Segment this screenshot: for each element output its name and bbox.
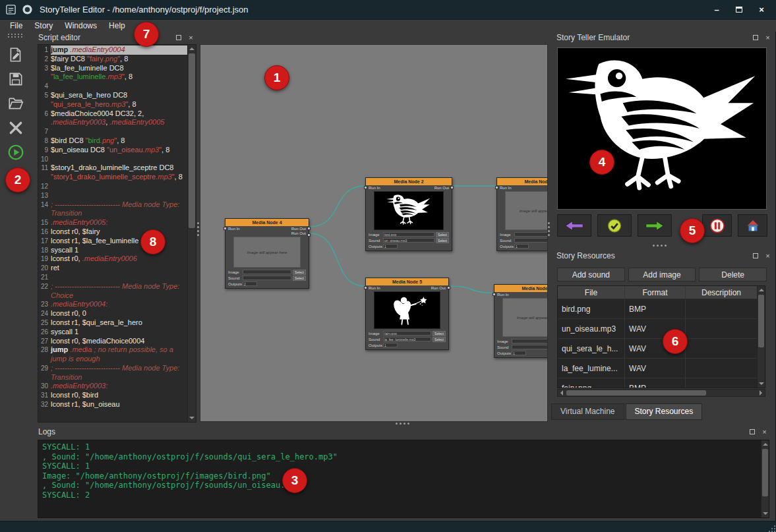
scroll-up-arrow[interactable] [758, 286, 765, 294]
close-panel-button[interactable]: × [763, 34, 772, 42]
script-editor-scrollbar[interactable] [187, 45, 196, 422]
code-area[interactable]: 1jump .mediaEntry00042$fairy DC8 "fairy.… [38, 45, 187, 422]
column-header-format[interactable]: Format [625, 286, 686, 299]
code-line: 2$fairy DC8 "fairy.png", 8 [38, 55, 187, 64]
float-panel-button[interactable] [748, 428, 756, 436]
table-row[interactable]: bird.pngBMP [558, 299, 765, 319]
media-node[interactable]: Media Node 6Run InRun OutImage will appe… [494, 284, 548, 358]
new-script-button[interactable] [4, 44, 28, 65]
emulator-validate-button[interactable] [597, 214, 632, 237]
input-port[interactable] [364, 186, 367, 189]
output-port[interactable] [307, 233, 311, 237]
script-editor[interactable]: 1jump .mediaEntry00042$fairy DC8 "fairy.… [38, 44, 196, 423]
maximize-button[interactable] [731, 4, 747, 16]
menu-help[interactable]: Help [103, 21, 131, 30]
node-outputs-value[interactable]: 1 [383, 343, 398, 347]
logs-output[interactable]: SYSCALL: 1, Sound: "/home/anthony/ostpro… [38, 440, 769, 518]
toolbar-drag-handle[interactable] [8, 34, 24, 38]
node-outputs-value[interactable]: 1 [383, 244, 398, 249]
node-sound-select-button[interactable]: Select [293, 276, 306, 281]
menu-story[interactable]: Story [28, 21, 59, 30]
run-story-button[interactable] [4, 142, 28, 163]
minimize-button[interactable]: – [709, 4, 725, 16]
media-node[interactable]: Media Node 4Run InRun OutRun OutImage wi… [225, 218, 309, 289]
emulator-pause-button[interactable] [702, 214, 732, 237]
menu-file[interactable]: File [4, 21, 28, 30]
output-port[interactable] [447, 286, 450, 289]
node-image-select-button[interactable]: Select [293, 270, 306, 275]
media-node-title[interactable]: Media Node 4 [225, 219, 309, 226]
float-panel-button[interactable] [751, 252, 760, 260]
media-node-title[interactable]: Media Node 6 [494, 285, 548, 292]
scroll-left-arrow[interactable] [558, 390, 566, 396]
open-project-button[interactable] [4, 93, 28, 114]
scroll-down-arrow[interactable] [758, 380, 765, 388]
splitter-handle[interactable] [548, 222, 550, 237]
table-row[interactable]: un_oiseau.mp3WAV [558, 319, 765, 339]
table-row[interactable]: la_fee_lumine...WAV [558, 359, 765, 378]
column-header-description[interactable]: Description [686, 286, 757, 299]
log-line: , Sound: "/home/anthony/ostproj/f/sounds… [42, 452, 760, 462]
input-port[interactable] [492, 293, 496, 296]
float-panel-button[interactable] [174, 34, 183, 42]
node-graph-canvas[interactable]: Media Node 4Run InRun OutRun OutImage wi… [200, 44, 548, 422]
node-image-select-button[interactable]: Select [436, 232, 449, 237]
scroll-down-arrow[interactable] [761, 510, 769, 517]
close-project-button[interactable] [4, 117, 28, 138]
table-horizontal-scrollbar[interactable] [557, 389, 765, 397]
scroll-right-arrow[interactable] [757, 390, 765, 396]
input-port[interactable] [495, 186, 498, 189]
emulator-home-button[interactable] [738, 214, 767, 237]
media-node[interactable]: Media Node 5Run InRun OutImagefairy.pngS… [365, 278, 449, 350]
line-number: 2 [38, 55, 51, 64]
input-port[interactable] [224, 227, 227, 230]
emulator-previous-button[interactable] [557, 214, 591, 237]
node-outputs-value[interactable]: 1 [512, 351, 526, 355]
scrollbar-thumb[interactable] [566, 390, 706, 396]
delete-button[interactable]: Delete [699, 268, 767, 281]
code-line: 12 [38, 182, 187, 191]
output-port[interactable] [307, 227, 311, 230]
media-node-title[interactable]: Media Node 5 [366, 278, 448, 285]
output-port[interactable] [450, 186, 454, 189]
tab-virtual-machine[interactable]: Virtual Machine [551, 403, 624, 420]
splitter-handle[interactable] [653, 245, 667, 247]
logs-scrollbar[interactable] [761, 440, 769, 517]
node-sound-select-button[interactable]: Select [433, 337, 446, 342]
emulator-next-button[interactable] [638, 214, 672, 237]
add-sound-button[interactable]: Add sound [557, 268, 625, 281]
media-node[interactable]: Media Node 3Run InRun OutImage will appe… [496, 177, 548, 251]
add-image-button[interactable]: Add image [628, 268, 696, 281]
media-node[interactable]: Media Node 2Run InRun OutImagebird.pngSe… [365, 177, 452, 251]
input-port[interactable] [364, 286, 367, 289]
splitter-handle[interactable] [396, 423, 410, 425]
save-button[interactable] [4, 69, 28, 90]
table-vertical-scrollbar[interactable] [757, 286, 765, 388]
close-button[interactable]: × [754, 4, 769, 16]
float-icon [753, 253, 758, 258]
node-image-select-button[interactable]: Select [433, 331, 446, 336]
resize-grip[interactable] [771, 528, 773, 529]
scroll-up-arrow[interactable] [761, 440, 769, 448]
media-node-title[interactable]: Media Node 2 [366, 178, 452, 185]
scroll-down-arrow[interactable] [188, 414, 196, 422]
media-node-title[interactable]: Media Node 3 [497, 178, 548, 185]
node-outputs-value[interactable]: 1 [514, 244, 529, 249]
float-panel-button[interactable] [751, 34, 760, 42]
scroll-up-arrow[interactable] [188, 45, 196, 53]
table-row[interactable]: qui_sera_le_h...WAV [558, 339, 765, 359]
tab-story-resources[interactable]: Story Resources [626, 403, 703, 420]
column-header-file[interactable]: File [558, 286, 625, 299]
node-sound-select-button[interactable]: Select [436, 238, 449, 243]
node-outputs-value[interactable]: 2 [243, 281, 257, 286]
scrollbar-thumb[interactable] [758, 295, 764, 347]
menu-windows[interactable]: Windows [59, 21, 103, 30]
fairy-image [380, 293, 434, 327]
table-row[interactable]: fairy.pngBMP [558, 378, 765, 388]
close-panel-button[interactable]: × [763, 252, 772, 260]
splitter-handle[interactable] [197, 222, 199, 237]
scrollbar-thumb[interactable] [762, 449, 768, 496]
close-panel-button[interactable]: × [760, 428, 769, 436]
scrollbar-thumb[interactable] [189, 53, 195, 228]
close-panel-button[interactable]: × [187, 34, 195, 42]
